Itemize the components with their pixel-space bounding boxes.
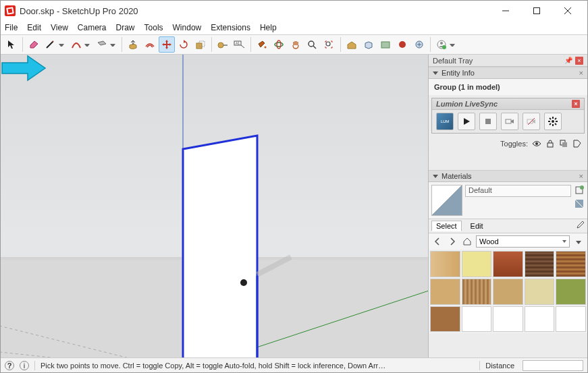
menu-help[interactable]: Help [260, 23, 277, 32]
svg-point-18 [440, 42, 443, 45]
material-swatch[interactable] [493, 251, 523, 277]
material-swatch[interactable] [493, 306, 523, 333]
stop-button[interactable] [479, 113, 497, 130]
lumion-logo-icon[interactable]: LUM [436, 113, 454, 130]
current-material-swatch[interactable] [431, 185, 462, 216]
line-tool[interactable] [43, 36, 59, 53]
pan-tool[interactable] [288, 36, 304, 53]
menu-extensions[interactable]: Extensions [211, 23, 250, 32]
material-swatch[interactable] [462, 306, 492, 333]
close-icon[interactable]: × [575, 57, 583, 65]
svg-rect-34 [506, 119, 511, 123]
paint-tool[interactable] [254, 36, 270, 53]
svg-text:A1: A1 [236, 41, 240, 45]
eyedropper-icon[interactable] [575, 221, 585, 231]
menu-view[interactable]: View [51, 23, 68, 32]
close-icon[interactable]: × [572, 100, 580, 108]
material-swatch[interactable] [556, 279, 586, 305]
user-menu[interactable] [433, 36, 450, 53]
menu-camera[interactable]: Camera [78, 23, 107, 32]
material-swatch[interactable] [430, 306, 460, 333]
offset-tool[interactable] [142, 36, 158, 53]
material-swatch[interactable] [525, 279, 555, 305]
help-icon[interactable]: ? [5, 361, 14, 370]
material-swatch[interactable] [462, 251, 492, 277]
scale-tool[interactable] [192, 36, 209, 53]
info-icon[interactable]: i [20, 361, 29, 370]
material-name-field[interactable]: Default [465, 185, 571, 197]
home-button[interactable] [461, 235, 473, 248]
material-swatch[interactable] [525, 306, 555, 333]
pin-icon[interactable]: 📌 [564, 57, 572, 64]
svg-line-44 [555, 118, 556, 119]
ext-warehouse-tool[interactable] [377, 36, 394, 53]
material-swatch[interactable] [493, 279, 523, 305]
entity-info-body: Group (1 in model) [429, 79, 587, 95]
materials-title: Materials [442, 172, 472, 180]
lock-toggle-icon[interactable] [545, 139, 555, 148]
material-swatch[interactable] [556, 306, 586, 333]
tag-toggle-icon[interactable] [572, 139, 582, 148]
svg-point-51 [580, 185, 584, 190]
settings-button[interactable] [544, 113, 562, 130]
rectangle-tool[interactable] [94, 36, 110, 53]
material-swatch[interactable] [430, 251, 460, 277]
camera-sync-button[interactable] [501, 113, 518, 130]
extension-manager-tool[interactable] [411, 36, 427, 53]
forward-button[interactable] [446, 235, 458, 248]
statusbar: ? i Pick two points to move. Ctrl = togg… [1, 357, 587, 372]
arc-tool[interactable] [68, 36, 84, 53]
select-tool[interactable] [3, 36, 20, 53]
material-swatch[interactable] [525, 251, 555, 277]
eraser-tool[interactable] [26, 36, 42, 53]
material-swatch[interactable] [556, 251, 586, 277]
layout-tool[interactable] [394, 36, 410, 53]
zoom-tool[interactable] [304, 36, 321, 53]
tab-edit[interactable]: Edit [466, 221, 488, 231]
play-button[interactable] [458, 113, 475, 130]
default-material-icon[interactable] [574, 198, 585, 209]
visibility-toggle-icon[interactable] [532, 139, 541, 148]
svg-rect-33 [485, 119, 491, 124]
details-menu-button[interactable] [572, 235, 585, 248]
svg-rect-47 [547, 143, 553, 147]
svg-point-15 [399, 41, 406, 48]
close-icon[interactable]: × [579, 69, 583, 77]
model-viewport[interactable]: Origin in Door [1, 55, 429, 357]
svg-point-11 [277, 40, 281, 49]
maximize-button[interactable] [521, 1, 552, 21]
warehouse-tool[interactable] [344, 36, 360, 53]
tray-header[interactable]: Default Tray 📌 × [429, 55, 587, 67]
svg-point-12 [309, 41, 314, 47]
menu-tools[interactable]: Tools [144, 23, 163, 32]
svg-point-37 [552, 120, 554, 123]
close-button[interactable] [552, 1, 583, 21]
text-tool[interactable]: A1 [232, 36, 248, 53]
measurement-input[interactable] [523, 360, 583, 371]
tab-select[interactable]: Select [431, 221, 462, 231]
svg-line-45 [550, 123, 551, 125]
menu-draw[interactable]: Draw [116, 23, 135, 32]
camera-off-button[interactable] [523, 113, 540, 130]
minimize-button[interactable] [490, 1, 521, 21]
back-button[interactable] [431, 235, 444, 248]
entity-info-header[interactable]: Entity Info × [429, 67, 587, 79]
tape-tool[interactable] [215, 36, 231, 53]
move-tool[interactable] [159, 36, 175, 53]
close-icon[interactable]: × [579, 172, 583, 180]
material-swatch[interactable] [430, 279, 460, 305]
material-category-select[interactable]: Wood [476, 235, 570, 248]
menu-file[interactable]: File [5, 23, 18, 32]
component-tool[interactable] [360, 36, 377, 53]
zoom-extents-tool[interactable] [321, 36, 338, 53]
materials-header[interactable]: Materials × [429, 170, 587, 182]
rotate-tool[interactable] [176, 36, 192, 53]
svg-point-9 [265, 47, 267, 49]
pushpull-tool[interactable] [125, 36, 141, 53]
new-material-icon[interactable] [574, 185, 585, 196]
menu-edit[interactable]: Edit [27, 23, 41, 32]
orbit-tool[interactable] [271, 36, 287, 53]
shadow-toggle-icon[interactable] [559, 139, 568, 148]
material-swatch[interactable] [462, 279, 492, 305]
menu-window[interactable]: Window [173, 23, 202, 32]
